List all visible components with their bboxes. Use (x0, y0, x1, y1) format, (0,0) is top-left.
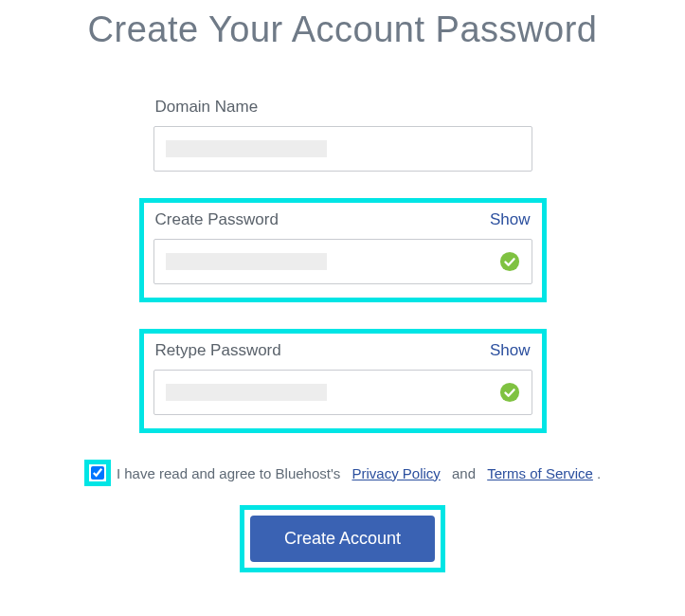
terms-checkbox[interactable] (91, 466, 104, 480)
submit-row: Create Account (27, 505, 658, 572)
domain-masked-value (166, 140, 327, 157)
create-password-label: Create Password (155, 210, 279, 229)
create-password-input[interactable] (153, 239, 532, 284)
svg-point-1 (499, 383, 518, 402)
check-circle-icon (499, 382, 520, 403)
check-circle-icon (499, 251, 520, 272)
create-account-button[interactable]: Create Account (250, 516, 435, 562)
privacy-policy-link[interactable]: Privacy Policy (352, 465, 440, 481)
domain-field-block: Domain Name (153, 98, 532, 172)
terms-suffix: . (597, 465, 601, 481)
terms-text-prefix: I have read and agree to Bluehost's (117, 465, 340, 481)
domain-label: Domain Name (155, 98, 259, 117)
show-password-toggle[interactable]: Show (490, 210, 531, 229)
submit-highlight: Create Account (240, 505, 445, 572)
svg-point-0 (499, 252, 518, 271)
domain-input[interactable] (153, 126, 532, 172)
terms-connector: and (452, 465, 476, 481)
create-password-block: Create Password Show (139, 198, 547, 302)
page-title: Create Your Account Password (27, 9, 658, 50)
retype-password-block: Retype Password Show (139, 329, 547, 433)
show-retype-toggle[interactable]: Show (490, 341, 531, 360)
password-form: Domain Name Create Password Show (153, 98, 532, 433)
terms-checkbox-highlight (84, 460, 111, 486)
terms-of-service-link[interactable]: Terms of Service (487, 465, 593, 481)
retype-password-input[interactable] (153, 370, 532, 415)
password-masked-value (166, 253, 327, 270)
retype-masked-value (166, 384, 327, 401)
retype-password-label: Retype Password (155, 341, 281, 360)
terms-row: I have read and agree to Bluehost's Priv… (27, 460, 658, 486)
